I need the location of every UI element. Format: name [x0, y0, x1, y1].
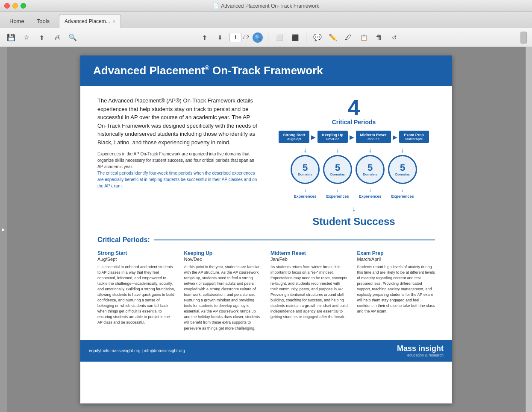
period-detail-month-1: Aug/Sept [97, 257, 176, 262]
period-detail-month-2: Nov/Dec [184, 257, 262, 262]
maximize-button[interactable] [21, 3, 26, 9]
page-number-input[interactable] [229, 33, 241, 42]
arrow-1: ▶ [311, 134, 316, 140]
page-separator: / [243, 35, 244, 41]
window-title: Advanced Placement On-Track Framework [221, 3, 319, 9]
period-midterm-reset: Midterm Reset Jan/Feb [356, 131, 391, 143]
sidebar-toggle-icon[interactable]: ▶ [2, 227, 5, 232]
exp-item-3: Experiences [356, 194, 385, 199]
domain-number-1: 5 [303, 163, 308, 172]
down-arrow-5: ↓ [291, 187, 320, 193]
domain-label-3: Domains [363, 172, 377, 176]
final-arrow-icon: ↓ [352, 204, 356, 213]
period-detail-text-4: Students report high levels of anxiety d… [357, 264, 435, 314]
period-exam-prep: Exam Prep March/April [399, 131, 429, 143]
print-icon: 🖨 [54, 34, 61, 41]
minimize-button[interactable] [12, 3, 18, 9]
page-down-button[interactable]: ⬇ [214, 32, 226, 44]
period-detail-month-3: Jan/Feb [270, 257, 349, 262]
vertical-scrollbar[interactable] [526, 47, 532, 412]
period-detail-title-3: Midterm Reset [270, 250, 349, 256]
zoom-button[interactable]: ⬛ [289, 32, 301, 44]
period-detail-text-3: As students return from winter break, it… [270, 264, 349, 320]
print-button[interactable]: 🖨 [51, 32, 63, 44]
title-icon: 📄 [213, 3, 219, 9]
domain-label-2: Domains [330, 172, 345, 176]
sidebar-left[interactable]: ▶ [0, 47, 7, 412]
pdf-container[interactable]: Advanced Placement® On-Track Framework T… [7, 47, 526, 412]
page-navigation: / 2 [229, 33, 249, 42]
trash-button[interactable]: 🗑 [373, 32, 385, 44]
footer-brand: Mass insight education & research [397, 344, 444, 357]
arrow-3: ▶ [393, 134, 397, 140]
footer-email-2: info@massinsight.org [144, 348, 185, 353]
critical-periods-title: Critical Periods: [97, 236, 150, 244]
period-detail-midterm-reset: Midterm Reset Jan/Feb As students return… [270, 250, 349, 331]
period-keeping-up: Keeping Up Nov/Dec [317, 131, 347, 143]
search-button[interactable]: 🔍 [67, 32, 79, 44]
bookmark-button[interactable]: ☆ [21, 32, 32, 44]
periods-row: Strong Start Aug/Sept ▶ Keeping Up Nov/D… [279, 131, 429, 143]
down-arrow-7: ↓ [356, 187, 385, 193]
page-down-icon: ⬇ [218, 34, 223, 41]
exp-item-4: Experiences [388, 194, 417, 199]
domain-number-2: 5 [335, 163, 340, 172]
diagram-label: Critical Periods [332, 119, 376, 126]
zoom-icon: ⬛ [291, 34, 299, 41]
period-strong-start: Strong Start Aug/Sept [279, 131, 309, 143]
down-arrow-3: ↓ [356, 146, 385, 154]
scrollbar[interactable] [520, 32, 527, 44]
down-arrows-row: ↓ ↓ ↓ ↓ [291, 146, 417, 154]
footer-contact: equitytools.massinsight.org | info@massi… [89, 348, 185, 353]
home-tab[interactable]: Home [4, 15, 29, 28]
close-button[interactable] [4, 3, 10, 9]
toolbar-divider-2 [306, 32, 306, 43]
tab-close-icon[interactable]: × [113, 19, 115, 24]
active-tab[interactable]: Advanced Placem... × [59, 14, 121, 28]
period-detail-title-1: Strong Start [97, 250, 176, 256]
window-controls[interactable] [4, 3, 26, 9]
toolbar: 💾 ☆ ⬆ 🖨 🔍 ⬆ ⬇ / 2 🔍 ⬜ ⬛ 💬 ✏️ 🖊 [0, 28, 532, 47]
comment-button[interactable]: 💬 [312, 32, 323, 44]
fit-page-icon: ⬜ [276, 34, 283, 41]
page-up-button[interactable]: ⬆ [199, 32, 211, 44]
page-total: 2 [246, 35, 249, 41]
pdf-intro: The Advanced Placement® (AP®) On-Track F… [97, 96, 435, 228]
tab-nav: Home Tools [0, 15, 59, 28]
period-detail-title-4: Exam Prep [357, 250, 435, 256]
pdf-title: Advanced Placement® On-Track Framework [93, 64, 439, 77]
upload-button[interactable]: ⬆ [36, 32, 48, 44]
tools-tab[interactable]: Tools [32, 15, 55, 28]
stamp-button[interactable]: 📋 [358, 32, 370, 44]
intro-sub-paragraph-1: Experiences in the AP On-Track Framework… [97, 151, 260, 170]
find-button[interactable]: 🔍 [253, 32, 263, 43]
pdf-footer: equitytools.massinsight.org | info@massi… [80, 340, 452, 362]
domains-row: 5 Domains 5 Domains 5 Domains 5 [291, 155, 417, 184]
down-arrow-1: ↓ [291, 146, 320, 154]
domain-label-4: Domains [395, 172, 410, 176]
upload-icon: ⬆ [39, 34, 44, 41]
intro-sub-paragraph-2: The critical periods identify four-week … [97, 170, 260, 189]
period-detail-strong-start: Strong Start Aug/Sept It is essential to… [97, 250, 176, 331]
pdf-page: Advanced Placement® On-Track Framework T… [80, 56, 452, 403]
arrow-2: ▶ [350, 134, 354, 140]
period-detail-text-2: At this point in the year, students are … [184, 264, 262, 331]
save-button[interactable]: 💾 [5, 32, 17, 44]
period-detail-keeping-up: Keeping Up Nov/Dec At this point in the … [184, 250, 262, 331]
fit-page-button[interactable]: ⬜ [273, 32, 285, 44]
main-area: ▶ Advanced Placement® On-Track Framework… [0, 47, 532, 412]
tab-label: Advanced Placem... [65, 18, 110, 24]
pdf-intro-text: The Advanced Placement® (AP®) On-Track F… [97, 96, 260, 228]
critical-periods-section: Critical Periods: Strong Start Aug/Sept … [97, 236, 435, 331]
trash-icon: 🗑 [376, 34, 382, 41]
stamp-icon: 📋 [360, 34, 367, 41]
pencil-button[interactable]: ✏️ [327, 32, 339, 44]
highlight-button[interactable]: 🖊 [342, 32, 354, 44]
domain-circle-4: 5 Domains [388, 155, 417, 184]
search-icon: 🔍 [68, 33, 77, 41]
highlight-icon: 🖊 [345, 34, 352, 41]
down-arrow-2: ↓ [323, 146, 352, 154]
exp-item-1: Experiences [291, 194, 320, 199]
rotate-button[interactable]: ↺ [388, 32, 400, 44]
comment-icon: 💬 [313, 33, 322, 41]
